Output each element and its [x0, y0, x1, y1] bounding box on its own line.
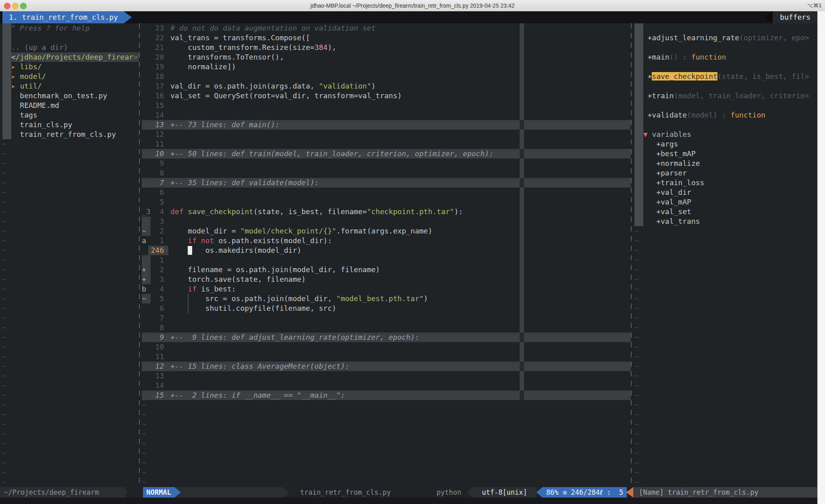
code-editor-window: 23# do not do data augmentation on valid… — [142, 23, 631, 487]
tab-train-retr-from-cls[interactable]: 1. train_retr_from_cls.py — [2, 11, 124, 23]
code-line[interactable]: 13 — [142, 371, 631, 381]
code-line[interactable]: 17val_dir = os.path.join(args.data, "val… — [142, 81, 631, 91]
nerdtree-empty-line: ~ — [2, 371, 7, 381]
code-line[interactable]: ~5 src = os.path.join(model_dir, "model_… — [142, 294, 631, 304]
code-line[interactable]: 16val_set = QuerySet(root=val_dir, trans… — [142, 91, 631, 101]
command-line[interactable] — [0, 498, 825, 504]
nerdtree-sidebar: " Press ? for help .. (up a dir) </jdhao… — [0, 23, 139, 487]
nerdtree-item[interactable]: train_cls.py — [2, 120, 72, 130]
code-line[interactable]: 22val_trans = transforms.Compose([ — [142, 33, 631, 43]
nerdtree-root-item[interactable]: </jdhao/Projects/deep_firear> — [2, 52, 138, 62]
macos-titlebar: jdhao-MBP.local ~/Projects/deep_firearm/… — [0, 0, 825, 12]
nerdtree-foldcolumn-indicator[interactable] — [2, 23, 11, 139]
line-number: 23 — [151, 23, 170, 33]
code-line[interactable]: _34def save_checkpoint(state, is_best, f… — [142, 207, 631, 217]
tagbar-empty-line: ~ — [634, 226, 639, 236]
tagbar-tag-item[interactable]: +adjust_learning_rate(optimizer, epo> — [634, 33, 809, 43]
code-line[interactable]: 14 — [142, 110, 631, 120]
colorcolumn-80 — [520, 139, 524, 149]
code-line[interactable]: 11 — [142, 139, 631, 149]
nerdtree-empty-line: ~ — [2, 429, 7, 439]
code-line[interactable]: 5 — [142, 197, 631, 207]
nerdtree-empty-line: ~ — [2, 255, 7, 265]
code-line[interactable]: 19 normalize]) — [142, 62, 631, 72]
window-separator-left[interactable] — [139, 23, 140, 487]
tagbar-empty-line: ~ — [634, 381, 639, 390]
code-line[interactable]: +3 torch.save(state, filename) — [142, 275, 631, 284]
window-separator-right[interactable] — [631, 23, 632, 487]
nerdtree-empty-line: ~ — [2, 139, 7, 149]
folded-code-line[interactable]: 7+-- 35 lines: def validate(model): — [142, 178, 631, 188]
folded-code-line[interactable]: 12+-- 15 lines: class AverageMeter(objec… — [142, 361, 631, 371]
code-line[interactable]: 11 — [142, 352, 631, 361]
tagbar-tag-item[interactable]: +train_loss — [634, 178, 704, 188]
colorcolumn-80 — [520, 178, 524, 188]
tagbar-tag-item[interactable]: +val_trans — [634, 217, 700, 226]
code-line[interactable]: 14 — [142, 381, 631, 390]
code-line[interactable]: 8 — [142, 168, 631, 178]
code-line[interactable]: 3 — [142, 217, 631, 226]
code-line[interactable]: 246 os.makedirs(model_dir) — [142, 246, 631, 255]
code-line[interactable]: 9 — [142, 159, 631, 168]
tagbar-foldcolumn-indicator[interactable] — [634, 23, 643, 226]
code-line[interactable]: 20 transforms.ToTensor(), — [142, 52, 631, 62]
nerdtree-item[interactable]: " Press ? for help — [2, 23, 90, 33]
nerdtree-item[interactable]: train_retr_from_cls.py — [2, 130, 116, 139]
code-line[interactable]: 8 — [142, 323, 631, 333]
tagbar-empty-line: ~ — [634, 333, 639, 342]
code-line[interactable]: b4 if is_best: — [142, 284, 631, 294]
colorcolumn-80 — [520, 390, 524, 400]
code-line-text: transforms.ToTensor(), — [170, 52, 284, 62]
colorcolumn-80 — [520, 246, 524, 255]
code-line[interactable]: 6 shutil.copyfile(filename, src) — [142, 304, 631, 313]
nerdtree-empty-line: ~ — [2, 448, 7, 458]
editor-empty-line: ~ — [142, 439, 631, 448]
code-line[interactable]: 12 — [142, 130, 631, 139]
code-line[interactable]: ~2 model_dir = "model/check_point/{}".fo… — [142, 226, 631, 236]
code-line[interactable]: 7 — [142, 313, 631, 323]
code-line[interactable]: a1 if not os.path.exists(model_dir): — [142, 236, 631, 246]
tagbar-tag-item[interactable]: +train(model, train_loader, criterio> — [634, 91, 809, 101]
tagbar-tag-item[interactable]: +normalize — [634, 159, 700, 168]
line-number: 7 — [151, 313, 170, 323]
statusline-cwd: ~/Projects/deep_firearm — [0, 487, 126, 498]
code-line[interactable]: +2 filename = os.path.join(model_dir, fi… — [142, 265, 631, 275]
code-line-text: os.makedirs(model_dir) — [170, 246, 301, 255]
folded-code-line[interactable]: 13+-- 73 lines: def main(): — [142, 120, 631, 130]
code-line[interactable]: 21 custom_transform.Resize(size=384), — [142, 43, 631, 52]
nerdtree-item[interactable]: .. (up a dir) — [2, 43, 68, 52]
folded-code-line[interactable]: 10+-- 50 lines: def train(model, train_l… — [142, 149, 631, 159]
tagbar-empty-line: ~ — [634, 323, 639, 333]
nerdtree-item[interactable]: benchmark_on_test.py — [2, 91, 107, 101]
tagbar-tag-item[interactable]: +main() : function — [634, 52, 726, 62]
line-number: 13 — [151, 120, 170, 130]
code-line[interactable]: 6 — [142, 188, 631, 197]
code-line-text: val_set = QuerySet(root=val_dir, transfo… — [170, 91, 402, 101]
tab-label: 1. train_retr_from_cls.py — [9, 13, 118, 21]
tagbar-tag-item[interactable]: +best_mAP — [634, 149, 696, 159]
colorcolumn-80 — [520, 130, 524, 139]
code-line-text: custom_transform.Resize(size=384), — [170, 43, 336, 52]
colorcolumn-80 — [520, 188, 524, 197]
code-line[interactable]: 1 — [142, 255, 631, 265]
code-line[interactable]: 18 — [142, 72, 631, 81]
colorcolumn-80 — [520, 33, 524, 43]
code-line-text: +-- 35 lines: def validate(model): — [170, 178, 319, 188]
terminal-scrollbar[interactable] — [817, 11, 825, 504]
colorcolumn-80 — [520, 120, 524, 130]
buffers-indicator[interactable]: buffers — [773, 11, 818, 23]
powerline-arrow-icon — [122, 487, 128, 498]
folded-code-line[interactable]: 15+-- 2 lines: if __name__ == "__main__"… — [142, 390, 631, 400]
line-number: 10 — [151, 342, 170, 352]
tagbar-tag-item[interactable]: +save_checkpoint(state, is_best, fil> — [634, 72, 809, 81]
code-line[interactable]: 23# do not do data augmentation on valid… — [142, 23, 631, 33]
code-line[interactable]: 10 — [142, 342, 631, 352]
folded-code-line[interactable]: 9+-- 9 lines: def adjust_learning_rate(o… — [142, 333, 631, 342]
colorcolumn-80 — [520, 197, 524, 207]
tagbar-tag-item[interactable]: +validate(model) : function — [634, 110, 765, 120]
nerdtree-empty-line: ~ — [2, 159, 7, 168]
code-line-text: val_dir = os.path.join(args.data, "valid… — [170, 81, 375, 91]
colorcolumn-80 — [520, 255, 524, 265]
code-line[interactable]: 15 — [142, 101, 631, 110]
line-number: 15 — [151, 390, 170, 400]
